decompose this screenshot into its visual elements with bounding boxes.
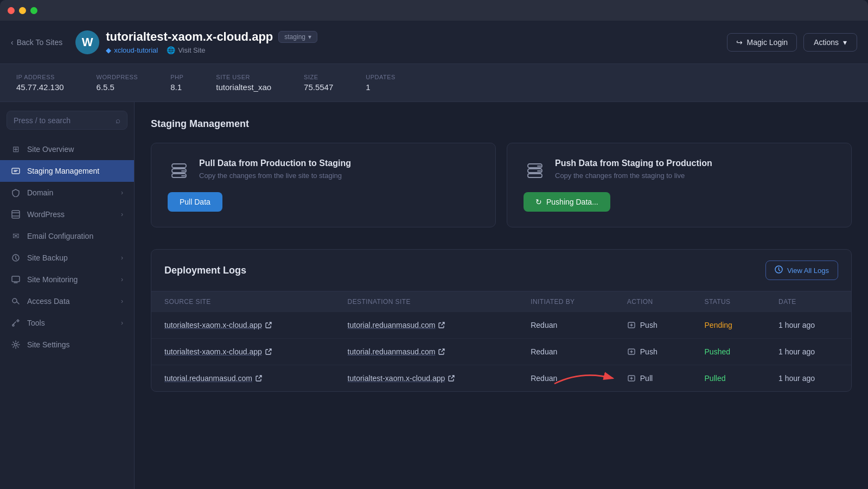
backup-icon [11, 253, 21, 263]
stat-item-php: PHP 8.1 [170, 74, 183, 92]
sidebar-item-site-settings[interactable]: Site Settings [0, 334, 134, 355]
minimize-button[interactable] [19, 7, 26, 14]
action-cell: Push [614, 339, 692, 365]
svg-rect-10 [172, 164, 186, 168]
globe-icon: 🌐 [167, 46, 175, 54]
destination-site: tutorial.reduanmasud.com [335, 339, 518, 365]
header-actions: ↪ Magic Login Actions ▾ [727, 33, 857, 52]
destination-link[interactable]: tutorial.reduanmasud.com [348, 347, 505, 356]
stat-value: 1 [366, 82, 395, 92]
nav-label: Staging Management [27, 167, 99, 175]
visit-site-link[interactable]: 🌐 Visit Site [167, 46, 205, 54]
stat-value: 6.5.5 [97, 82, 138, 92]
nav-label: Domain [27, 188, 53, 197]
destination-site: tutorial.reduanmasud.com [335, 312, 518, 339]
maximize-button[interactable] [30, 7, 37, 14]
search-box[interactable]: Press / to search ⌕ [7, 111, 127, 130]
sidebar-item-site-overview[interactable]: ⊞ Site Overview [0, 138, 134, 160]
chevron-down-icon: ▾ [843, 38, 847, 47]
stats-bar: IP ADDRESS 45.77.42.130 WORDPRESS 6.5.5 … [0, 64, 868, 102]
deployment-section: Deployment Logs View All Logs [151, 249, 852, 392]
pull-card-text: Pull Data from Production to Staging Cop… [199, 158, 351, 180]
sidebar: Press / to search ⌕ ⊞ Site Overview Stag… [0, 102, 135, 489]
chevron-down-icon: ▾ [308, 33, 311, 41]
staging-badge[interactable]: staging ▾ [278, 31, 317, 43]
date-cell: 1 hour ago [765, 339, 851, 365]
stat-label: PHP [170, 74, 183, 80]
site-name-block: tutorialtest-xaom.x-cloud.app staging ▾ … [106, 30, 317, 54]
back-to-sites-link[interactable]: ‹ Back To Sites [11, 38, 62, 47]
push-card-header: Push Data from Staging to Production Cop… [524, 158, 835, 181]
table-row: tutorial.reduanmasud.com tutorialtest-xa… [151, 365, 851, 392]
actions-label: Actions [814, 38, 839, 47]
magic-login-button[interactable]: ↪ Magic Login [727, 33, 797, 52]
nav-label: Site Overview [27, 145, 74, 154]
col-initiated: Initiated By [518, 291, 614, 312]
staging-cards: Pull Data from Production to Staging Cop… [151, 143, 852, 227]
pull-data-button[interactable]: Pull Data [168, 192, 222, 212]
sidebar-item-access-data[interactable]: Access Data › [0, 290, 134, 312]
push-button-label: Pushing Data... [546, 198, 598, 206]
sidebar-item-tools[interactable]: Tools › [0, 312, 134, 334]
destination-link[interactable]: tutorialtest-xaom.x-cloud.app [348, 374, 505, 383]
settings-icon [11, 340, 21, 350]
nav-label: Access Data [27, 297, 70, 306]
search-placeholder: Press / to search [14, 116, 111, 125]
stat-item-size: SIZE 75.5547 [304, 74, 333, 92]
nav-label: Site Monitoring [27, 275, 78, 284]
wordpress-icon [11, 209, 21, 219]
stat-item-updates: UPDATES 1 [366, 74, 395, 92]
svg-rect-5 [12, 276, 20, 282]
push-card: Push Data from Staging to Production Cop… [507, 143, 852, 227]
staging-badge-label: staging [284, 33, 305, 41]
stat-label: IP ADDRESS [16, 74, 64, 80]
source-link[interactable]: tutorialtest-xaom.x-cloud.app [164, 347, 322, 356]
chevron-right-icon: › [121, 297, 123, 305]
destination-link[interactable]: tutorial.reduanmasud.com [348, 321, 505, 329]
col-status: Status [692, 291, 766, 312]
actions-button[interactable]: Actions ▾ [803, 33, 857, 52]
close-button[interactable] [8, 7, 15, 14]
tools-icon [11, 318, 21, 328]
top-header: ‹ Back To Sites W tutorialtest-xaom.x-cl… [0, 21, 868, 64]
search-icon: ⌕ [116, 116, 120, 125]
chevron-right-icon: › [121, 189, 123, 196]
sidebar-item-domain[interactable]: Domain › [0, 182, 134, 204]
xcloud-label: xcloud-tutorial [114, 46, 158, 54]
initiated-by: Reduan [518, 339, 614, 365]
push-data-button[interactable]: ↻ Pushing Data... [524, 192, 610, 212]
sidebar-item-site-backup[interactable]: Site Backup › [0, 247, 134, 269]
sidebar-item-wordpress[interactable]: WordPress › [0, 204, 134, 225]
stat-label: WORDPRESS [97, 74, 138, 80]
svg-rect-15 [528, 174, 542, 177]
deployment-title: Deployment Logs [164, 265, 246, 276]
wp-logo: W [75, 30, 99, 54]
chevron-right-icon: › [121, 254, 123, 262]
push-card-title: Push Data from Staging to Production [555, 158, 712, 168]
sidebar-item-site-monitoring[interactable]: Site Monitoring › [0, 269, 134, 290]
chevron-right-icon: › [121, 276, 123, 283]
main-layout: Press / to search ⌕ ⊞ Site Overview Stag… [0, 102, 868, 489]
status-badge: Pulled [692, 365, 766, 392]
col-source: Source Site [151, 291, 335, 312]
monitoring-icon [11, 275, 21, 284]
key-icon [11, 296, 21, 306]
sidebar-item-email-configuration[interactable]: ✉ Email Configuration [0, 225, 134, 247]
staging-management-section: Staging Management [151, 118, 852, 227]
table-row: tutorialtest-xaom.x-cloud.app tutorial.r… [151, 312, 851, 339]
sidebar-item-staging-management[interactable]: Staging Management [0, 160, 134, 182]
stat-label: SIZE [304, 74, 333, 80]
source-link[interactable]: tutorial.reduanmasud.com [164, 374, 322, 383]
nav-label: Email Configuration [27, 232, 93, 240]
xcloud-icon: ◆ [106, 46, 111, 54]
view-all-logs-button[interactable]: View All Logs [765, 261, 838, 280]
svg-rect-0 [12, 168, 20, 174]
nav-label: Site Backup [27, 253, 68, 262]
xcloud-link[interactable]: ◆ xcloud-tutorial [106, 46, 158, 54]
window-chrome [0, 0, 868, 21]
email-icon: ✉ [11, 231, 21, 241]
push-card-desc: Copy the changes from the staging to liv… [555, 172, 712, 180]
source-link[interactable]: tutorialtest-xaom.x-cloud.app [164, 321, 322, 329]
stat-value: 75.5547 [304, 82, 333, 92]
status-badge: Pending [692, 312, 766, 339]
